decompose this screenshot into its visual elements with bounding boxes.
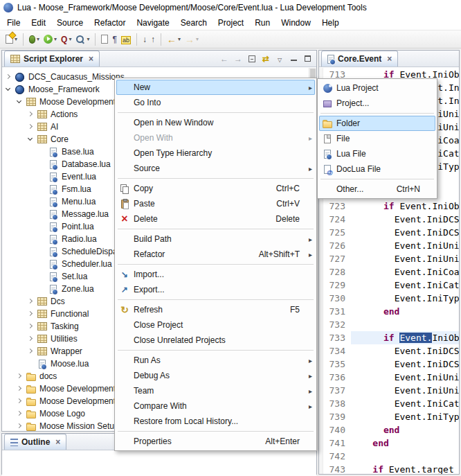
close-icon[interactable]: × [89, 55, 93, 62]
view-menu-icon[interactable] [275, 54, 284, 64]
code-line[interactable]: 724 Event.IniDCSUnit = Event.initiator [319, 213, 459, 226]
line-number[interactable]: 739 [319, 410, 351, 423]
expand-chevron-icon[interactable] [16, 423, 24, 430]
code-line[interactable]: 735 Event.IniDCSUnitName = Event.IniDCSU… [319, 358, 459, 371]
line-number[interactable]: 730 [319, 292, 351, 305]
line-number[interactable]: 729 [319, 279, 351, 292]
code-line[interactable]: 739 Event.IniTypeName = Event.IniDCSUnit… [319, 410, 459, 423]
expand-chevron-icon[interactable] [16, 398, 24, 405]
menu-item-new[interactable]: New▸ [116, 80, 315, 95]
code-line[interactable]: 743 if Event.target then [319, 463, 459, 474]
dropdown-caret-icon[interactable]: ▾ [54, 36, 57, 42]
dropdown-caret-icon[interactable]: ▾ [196, 36, 199, 42]
menu-run[interactable]: Run [249, 16, 275, 30]
expand-chevron-icon[interactable] [16, 98, 24, 106]
menu-item-team[interactable]: Team▸ [116, 383, 315, 398]
code-line[interactable]: 732 [319, 318, 459, 331]
menu-item-open-in-new-window[interactable]: Open in New Window [116, 115, 315, 130]
code-line[interactable]: 737 Event.IniUnit = CARGO:FindByName( Ev… [319, 384, 459, 397]
menu-item-properties[interactable]: PropertiesAlt+Enter [116, 434, 315, 449]
tab-script-explorer[interactable]: Script Explorer × [4, 51, 100, 67]
close-icon[interactable]: × [387, 55, 392, 62]
menu-refactor[interactable]: Refactor [89, 16, 131, 30]
menu-item-close-project[interactable]: Close Project [116, 317, 315, 333]
expand-chevron-icon[interactable] [5, 73, 12, 81]
code-line[interactable]: 734 Event.IniDCSUnit = Event.initiator [319, 344, 459, 358]
line-number[interactable]: 728 [319, 265, 351, 279]
collapse-all-icon[interactable] [248, 55, 256, 62]
line-number[interactable]: 727 [319, 252, 351, 265]
menu-navigate[interactable]: Navigate [131, 16, 174, 30]
menu-item-lua-project[interactable]: Lua Project [319, 80, 435, 96]
code-line[interactable]: 738 Event.IniCategory = Event.IniDCSUnit… [319, 397, 459, 410]
view-forward-icon[interactable] [234, 54, 242, 64]
expand-chevron-icon[interactable] [27, 310, 35, 318]
menu-item-import[interactable]: Import... [116, 267, 315, 282]
menu-item-export[interactable]: Export... [116, 282, 315, 297]
expand-chevron-icon[interactable] [27, 111, 35, 118]
menu-item-folder[interactable]: Folder [319, 116, 435, 131]
line-number[interactable]: 724 [319, 213, 351, 226]
expand-chevron-icon[interactable] [27, 335, 35, 343]
menu-help[interactable]: Help [316, 16, 345, 30]
menu-item-debug-as[interactable]: Debug As▸ [116, 368, 315, 383]
search-button[interactable]: ▾ [73, 33, 91, 46]
code-line[interactable]: 729 Event.IniCategory = Event.IniDCSUnit… [319, 279, 459, 292]
tab-outline[interactable]: Outline × [4, 434, 66, 450]
line-number[interactable]: 741 [319, 437, 351, 450]
menu-item-other[interactable]: Other...Ctrl+N [319, 182, 435, 197]
forward-button[interactable]: ▾ [183, 32, 201, 47]
menu-file[interactable]: File [1, 16, 26, 30]
debug-button[interactable]: ▾ [27, 33, 42, 46]
menu-item-paste[interactable]: PasteCtrl+V [116, 196, 315, 211]
menu-edit[interactable]: Edit [26, 16, 51, 30]
menu-item-go-into[interactable]: Go Into [116, 95, 315, 110]
code-line[interactable]: 731 end [319, 305, 459, 318]
menu-item-source[interactable]: Source▸ [116, 161, 315, 176]
expand-chevron-icon[interactable] [16, 385, 24, 393]
expand-chevron-icon[interactable] [5, 86, 12, 94]
menu-item-lua-file[interactable]: Lua File [319, 146, 435, 161]
code-line[interactable]: 727 Event.IniUnit = STATIC:FindByName( E… [319, 252, 459, 265]
link-editor-icon[interactable] [262, 54, 270, 64]
menu-item-file[interactable]: File [319, 131, 435, 146]
menu-item-build-path[interactable]: Build Path▸ [116, 231, 315, 247]
expand-chevron-icon[interactable] [27, 298, 35, 306]
code-line[interactable]: 726 Event.IniUnitName = Event.IniDCSUnit… [319, 239, 459, 252]
view-back-icon[interactable] [220, 54, 228, 64]
line-number[interactable]: 732 [319, 318, 351, 331]
dropdown-caret-icon[interactable]: ▾ [87, 36, 89, 42]
coverage-button[interactable]: ▾ [59, 33, 73, 46]
expand-chevron-icon[interactable] [16, 410, 24, 418]
code-line[interactable]: 741 end [319, 437, 459, 450]
expand-chevron-icon[interactable] [27, 136, 35, 143]
dropdown-caret-icon[interactable]: ▾ [15, 36, 17, 42]
close-icon[interactable]: × [55, 439, 60, 446]
line-number[interactable]: 726 [319, 239, 351, 252]
line-number[interactable]: 740 [319, 423, 351, 437]
menu-window[interactable]: Window [275, 16, 316, 30]
line-number[interactable]: 736 [319, 371, 351, 384]
menu-source[interactable]: Source [51, 16, 89, 30]
code-line[interactable]: 736 Event.IniUnitName = Event.IniDCSUnit… [319, 371, 459, 384]
menu-item-refresh[interactable]: RefreshF5 [116, 302, 315, 317]
open-resource-button[interactable] [99, 33, 110, 46]
menu-search[interactable]: Search [175, 16, 213, 30]
code-line[interactable]: 725 Event.IniDCSUnitName = Event.IniDCSU… [319, 226, 459, 239]
expand-chevron-icon[interactable] [27, 323, 35, 330]
minimize-icon[interactable] [289, 56, 298, 61]
expand-chevron-icon[interactable] [16, 373, 24, 380]
dropdown-caret-icon[interactable]: ▾ [37, 36, 39, 42]
line-number[interactable]: 743 [319, 463, 351, 474]
code-line[interactable]: 740 end [319, 423, 459, 437]
line-number[interactable]: 725 [319, 226, 351, 239]
code-line[interactable]: 730 Event.IniTypeName = Event.IniDCSUnit… [319, 292, 459, 305]
menu-item-compare-with[interactable]: Compare With▸ [116, 398, 315, 414]
line-number[interactable]: 734 [319, 344, 351, 358]
menu-item-close-unrelated-projects[interactable]: Close Unrelated Projects [116, 333, 315, 348]
menu-item-project[interactable]: Project... [319, 96, 435, 111]
dropdown-caret-icon[interactable]: ▾ [178, 36, 181, 42]
tab-core-event[interactable]: Core.Event × [321, 51, 398, 67]
code-line[interactable]: 723 if Event.IniObjectCategory == Object… [319, 200, 459, 213]
line-number[interactable]: 742 [319, 450, 351, 463]
